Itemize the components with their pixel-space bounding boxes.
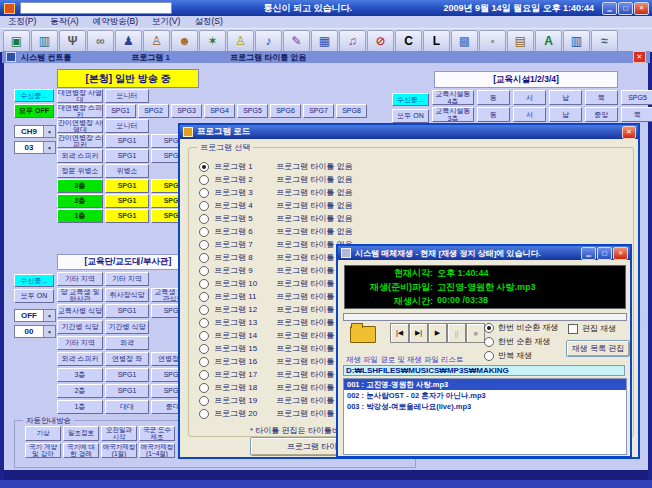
program-option-row[interactable]: 프로그램 8 프로그램 타이틀 없음: [199, 251, 352, 264]
zone-label-button[interactable]: 간이연병장 스피커: [57, 134, 103, 148]
announce-button[interactable]: 기상: [25, 426, 61, 441]
player-close-button[interactable]: ✕: [613, 247, 628, 260]
font-icon[interactable]: A: [535, 30, 562, 52]
document-icon[interactable]: ▤: [507, 30, 534, 52]
zone-button[interactable]: SPG1: [105, 104, 136, 118]
radio-icon[interactable]: [484, 351, 494, 361]
window-icon[interactable]: ▩: [451, 30, 478, 52]
piano-icon[interactable]: ▥: [563, 30, 590, 52]
zone-button[interactable]: 모니터: [105, 89, 149, 103]
radio-icon[interactable]: [199, 240, 209, 250]
program-option-row[interactable]: 프로그램 18 프로그램 타이틀 없음: [199, 381, 352, 394]
zone-button[interactable]: 중앙: [585, 107, 618, 122]
zone-label-button[interactable]: 교육시설동 4층: [432, 90, 474, 105]
program-option-row[interactable]: 프로그램 2 프로그램 타이틀 없음: [199, 173, 352, 186]
zone-button[interactable]: SPG7: [303, 104, 334, 118]
zone-button[interactable]: SPG3: [171, 104, 202, 118]
zone-label-button[interactable]: 당 교육생 및 하사관: [57, 288, 103, 302]
radio-icon[interactable]: [199, 279, 209, 289]
child-icon[interactable]: ♙: [227, 30, 254, 52]
channel-select[interactable]: CH9 ▼: [14, 125, 56, 138]
minimize-button[interactable]: ▁: [602, 2, 617, 15]
chevron-down-icon[interactable]: ▼: [43, 142, 55, 153]
zone-label-button[interactable]: 교육시설동 3층: [432, 107, 474, 122]
program-option-row[interactable]: 프로그램 12 프로그램 타이틀 없음: [199, 303, 352, 316]
zone-button[interactable]: 동: [477, 90, 510, 105]
zone-button[interactable]: 위병소: [105, 164, 149, 178]
program-option-row[interactable]: 프로그램 17 프로그램 타이틀 없음: [199, 368, 352, 381]
playlist-item[interactable]: 001 : 고진영-영원한 사랑.mp3: [344, 379, 626, 390]
checkbox-icon[interactable]: [568, 324, 578, 334]
playlist-item[interactable]: 002 : 눈사람OST - 02 혼자가 아닌나.mp3: [344, 390, 626, 401]
letter-c-icon[interactable]: C: [395, 30, 422, 52]
zone-label-button[interactable]: 기타 지역: [57, 272, 103, 286]
zone-button[interactable]: SPG2: [138, 104, 169, 118]
zone-button[interactable]: 북: [621, 107, 652, 122]
radio-icon[interactable]: [199, 344, 209, 354]
blank-icon[interactable]: ▪: [479, 30, 506, 52]
radio-icon[interactable]: [199, 396, 209, 406]
program-option-row[interactable]: 프로그램 15 프로그램 타이틀 없음: [199, 342, 352, 355]
announce-button[interactable]: 애국가제창 (1~4절): [139, 443, 175, 458]
zone-button[interactable]: SPG1: [105, 209, 149, 223]
zone-button[interactable]: SPG4: [204, 104, 235, 118]
runner-icon[interactable]: ✶: [199, 30, 226, 52]
chevron-down-icon[interactable]: ▼: [43, 326, 55, 337]
radio-icon[interactable]: [484, 323, 494, 333]
unit-all-on-button[interactable]: 모두 ON: [14, 289, 54, 303]
play-mode-option[interactable]: 한번 비순환 재생: [484, 322, 558, 333]
zone-button[interactable]: SPG1: [105, 368, 149, 382]
zone-button[interactable]: 기간병 식당: [105, 320, 149, 334]
feather-icon[interactable]: ✎: [283, 30, 310, 52]
zone-button[interactable]: SPG1: [105, 384, 149, 398]
program-option-row[interactable]: 프로그램 20 프로그램 타이틀 없음: [199, 407, 352, 420]
chevron-down-icon[interactable]: ▼: [43, 126, 55, 137]
facility-all-on-button[interactable]: 모두 ON: [392, 109, 429, 123]
dialog-close-button[interactable]: ✕: [622, 126, 636, 139]
program-option-row[interactable]: 프로그램 16 프로그램 타이틀 없음: [199, 355, 352, 368]
radio-icon[interactable]: [199, 214, 209, 224]
play-mode-option[interactable]: 한번 순환 재생: [484, 336, 558, 347]
player-minimize-button[interactable]: ▁: [581, 247, 596, 260]
person-icon[interactable]: ♙: [143, 30, 170, 52]
all-off-button[interactable]: 모두 OFF: [14, 104, 54, 118]
people-icon[interactable]: ♟: [115, 30, 142, 52]
play-button[interactable]: ▶: [428, 323, 447, 343]
monitor-icon[interactable]: ▣: [3, 30, 30, 52]
zone-label-button[interactable]: 1층: [57, 209, 103, 223]
program-option-row[interactable]: 프로그램 9 프로그램 타이틀 없음: [199, 264, 352, 277]
zone-label-button[interactable]: 1층: [57, 400, 103, 414]
radio-icon[interactable]: [199, 227, 209, 237]
announce-button[interactable]: 일조점호: [63, 426, 99, 441]
program-option-row[interactable]: 프로그램 5 프로그램 타이틀 없음: [199, 212, 352, 225]
zone-button[interactable]: SPG5: [237, 104, 268, 118]
zone-button[interactable]: 기타 지역: [105, 272, 149, 286]
zone-button[interactable]: SPG1: [105, 149, 149, 163]
zone-button[interactable]: 외곽: [105, 336, 149, 350]
menu-item[interactable]: 조정(P): [8, 16, 36, 28]
zone-label-button[interactable]: 3층: [57, 368, 103, 382]
radio-icon[interactable]: [199, 305, 209, 315]
zone-button[interactable]: SPG8: [336, 104, 367, 118]
zone-label-button[interactable]: 대연병장 스피커: [57, 104, 103, 118]
radio-icon[interactable]: [199, 162, 209, 172]
close-button[interactable]: ✕: [634, 2, 649, 15]
playlist-path[interactable]: D:₩LSHFILES₩MUSICS₩MP3S₩MAKING: [343, 365, 625, 376]
zone-label-button[interactable]: 간이연병장 사열대: [57, 119, 103, 133]
zone-label-button[interactable]: 정문 위병소: [57, 164, 103, 178]
radio-icon[interactable]: [199, 292, 209, 302]
zone-button[interactable]: SPG5: [621, 90, 652, 105]
radio-icon[interactable]: [484, 337, 494, 347]
letter-l-icon[interactable]: L: [423, 30, 450, 52]
maximize-button[interactable]: ▢: [618, 2, 633, 15]
menu-item[interactable]: 동작(A): [50, 16, 78, 28]
zone-button[interactable]: SPG6: [270, 104, 301, 118]
chevron-down-icon[interactable]: ▼: [43, 310, 55, 321]
announce-button[interactable]: 국군 도수 체조: [139, 426, 175, 441]
zone-label-button[interactable]: 외곽 스피커: [57, 352, 103, 366]
program-option-row[interactable]: 프로그램 19 프로그램 타이틀 없음: [199, 394, 352, 407]
zone-button[interactable]: SPG1: [105, 304, 149, 318]
playlist-item[interactable]: 003 : 박강성-여뽀올레나요(live).mp3: [344, 401, 626, 412]
zone-button[interactable]: 동: [477, 107, 510, 122]
antenna-icon[interactable]: Ψ: [59, 30, 86, 52]
